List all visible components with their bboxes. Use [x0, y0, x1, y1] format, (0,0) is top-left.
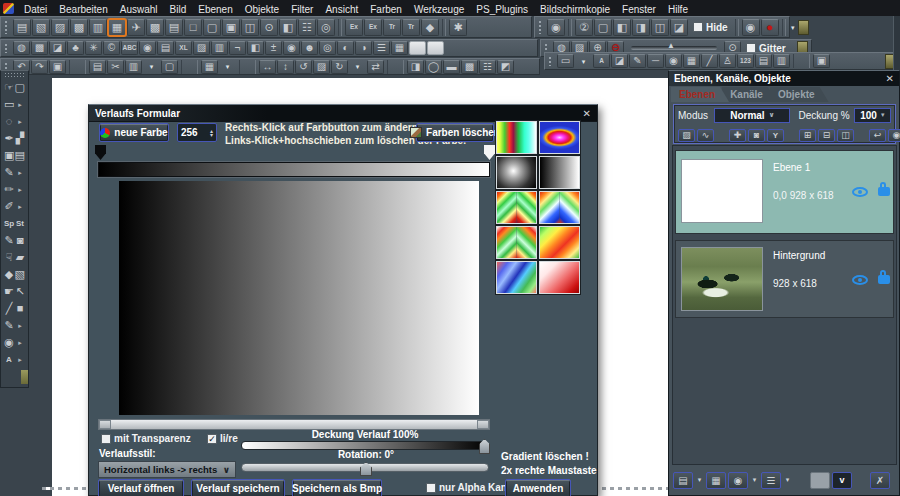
nature-brush-icon[interactable]: ♣ [67, 41, 84, 55]
clipboard-icon[interactable]: ▥ [89, 19, 107, 36]
contrast-icon[interactable]: ◧ [247, 41, 264, 55]
picture-icon[interactable]: ▨ [193, 41, 210, 55]
preset-diagonal-stripes[interactable] [539, 226, 580, 259]
panel-tab[interactable]: Ebenen [671, 87, 729, 102]
save-bmp-button[interactable]: Speichern als Bmp [292, 479, 382, 496]
menu-item[interactable]: Farben [364, 4, 408, 15]
curve-mask-button[interactable]: ∿ [697, 129, 714, 142]
gradient-stop-strip[interactable] [98, 162, 490, 177]
clone-stamp-tool[interactable]: ◆ [4, 269, 14, 280]
scan-icon[interactable]: ▨ [51, 19, 69, 36]
window-icon[interactable]: ◧ [279, 19, 297, 36]
copy-icon[interactable]: ▤ [89, 60, 106, 74]
image-icon[interactable]: ▩ [70, 19, 88, 36]
layer-thumbnail[interactable] [681, 159, 763, 223]
pattern-fill-button[interactable]: ▨ [678, 129, 695, 142]
vector-pen-tool[interactable]: ✎ [4, 320, 14, 331]
layer-row-ebene1[interactable]: Ebene 1 0,0 928 x 618 [675, 150, 894, 234]
fill-diagonal-icon[interactable]: ◪ [611, 54, 628, 68]
menu-item[interactable]: Datei [18, 4, 53, 15]
flip-horizontal-icon[interactable]: ↔ [259, 60, 276, 74]
menu-item[interactable]: Bildschirmkopie [534, 4, 616, 15]
close-icon[interactable]: ✕ [886, 73, 894, 84]
gradient-stop-marker-right[interactable] [484, 145, 495, 160]
send-icon[interactable]: ✈ [127, 19, 145, 36]
color-swatch[interactable]: ■ [15, 303, 25, 314]
zoom-slider[interactable]: ▲ [631, 46, 717, 50]
brush-tool[interactable]: ✏ [4, 184, 14, 195]
stamp-icon[interactable]: ◆ [421, 19, 439, 36]
group-layer-button[interactable]: Y [767, 129, 784, 142]
color-wheel-icon[interactable]: ✳ [85, 41, 102, 55]
blend-mode-dropdown[interactable]: Normal ∨ [714, 108, 790, 123]
zoom-slider-handle[interactable]: ▲ [667, 42, 675, 50]
sphere-3d-icon[interactable]: ◍ [13, 41, 30, 55]
layer-name[interactable]: Hintergrund [773, 250, 825, 261]
menu-item[interactable]: Fenster [616, 4, 662, 15]
eraser-tool[interactable]: ▰ [15, 252, 25, 263]
separator[interactable] [387, 60, 404, 74]
scrollbar-right-handle[interactable] [477, 420, 489, 429]
scrollbar-left-handle[interactable] [99, 420, 111, 429]
panel-tab[interactable]: Objekte [770, 87, 829, 102]
grid-capture-icon[interactable]: ▦ [108, 19, 126, 36]
open-image-icon[interactable]: ▧ [32, 19, 50, 36]
area-capture-icon[interactable]: ◨ [632, 19, 650, 36]
delete-layer-button[interactable]: ✗ [870, 472, 890, 489]
dropdown-caret-icon[interactable]: ▾ [219, 60, 236, 74]
separator[interactable] [338, 19, 342, 36]
preset-linear-bw[interactable] [539, 156, 580, 189]
hide-checkbox[interactable] [693, 22, 703, 32]
help-icon[interactable]: ✱ [449, 19, 467, 36]
text-tool[interactable]: A [4, 356, 14, 364]
mask-eye-5-icon[interactable]: ◑ [355, 41, 372, 55]
save-tool[interactable]: ▣ [4, 150, 14, 161]
palette-scroll-thumb[interactable] [21, 370, 28, 384]
text-block-icon[interactable]: ▦ [391, 41, 408, 55]
layer-visibility-button[interactable]: ◉ [888, 129, 900, 142]
dropdown-caret-icon[interactable]: ▾ [575, 54, 592, 68]
clipboard-icon[interactable]: ▦ [201, 60, 218, 74]
mask-eye-2-icon[interactable]: ☻ [301, 41, 318, 55]
merge-down-button[interactable]: ⊞ [799, 129, 816, 142]
paste-icon[interactable]: ▥ [125, 60, 142, 74]
preset-chevron-red-green[interactable] [496, 191, 537, 224]
chalk-tool[interactable]: ╱ [4, 303, 14, 314]
opacity-value-field[interactable]: 100 ▾ [854, 108, 891, 123]
capture-camera-icon[interactable]: ◉ [742, 19, 760, 36]
image-pair-icon[interactable]: ▦ [683, 54, 700, 68]
marquee-select-tool[interactable]: ▭ [4, 99, 14, 110]
hand-tool[interactable]: ☞ [4, 82, 14, 93]
stamp-spray-tool[interactable]: St [15, 220, 25, 228]
plusminus-icon[interactable]: ± [265, 41, 282, 55]
folder-open-icon[interactable]: ▥ [773, 54, 790, 68]
layer-row-hintergrund[interactable]: Hintergrund 928 x 618 [675, 240, 894, 318]
pen-icon[interactable]: ✎ [629, 54, 646, 68]
dual-screen-icon[interactable]: ② [575, 19, 593, 36]
film-icon[interactable]: ▩ [146, 19, 164, 36]
gradient-preview[interactable] [119, 181, 479, 415]
separator[interactable] [442, 19, 446, 36]
overflow-caret-icon[interactable]: ▾ [789, 19, 797, 36]
preset-radial-ellipse[interactable] [539, 121, 580, 154]
rotation-slider-handle[interactable] [360, 462, 372, 476]
preset-chevron-green[interactable] [496, 226, 537, 259]
rotate-left-icon[interactable]: ↺ [295, 60, 312, 74]
preset-vertical-rainbow[interactable] [496, 121, 537, 154]
annotate-tool[interactable]: ☛ [4, 286, 14, 297]
preset-chevron-blue[interactable] [539, 191, 580, 224]
menu-item[interactable]: Hilfe [662, 4, 694, 15]
separator[interactable] [735, 19, 739, 36]
flyout-arrow-icon[interactable]: ▸ [15, 186, 25, 193]
eye-icon[interactable] [852, 187, 868, 197]
rotate-image-icon[interactable]: ▨ [313, 60, 330, 74]
apply-button[interactable]: Anwenden [505, 479, 571, 496]
layer-thumbnail[interactable] [681, 247, 763, 311]
separator[interactable] [239, 60, 256, 74]
crop-tool[interactable]: ▞ [15, 133, 25, 144]
menu-item[interactable]: PS_Plugins [470, 4, 534, 15]
dropdown-caret-icon[interactable]: ▾ [143, 60, 160, 74]
undo-layer-button[interactable]: ↩ [869, 129, 886, 142]
folder-icon[interactable]: ▤ [755, 54, 772, 68]
screen-grid-icon[interactable]: ▩ [461, 60, 478, 74]
